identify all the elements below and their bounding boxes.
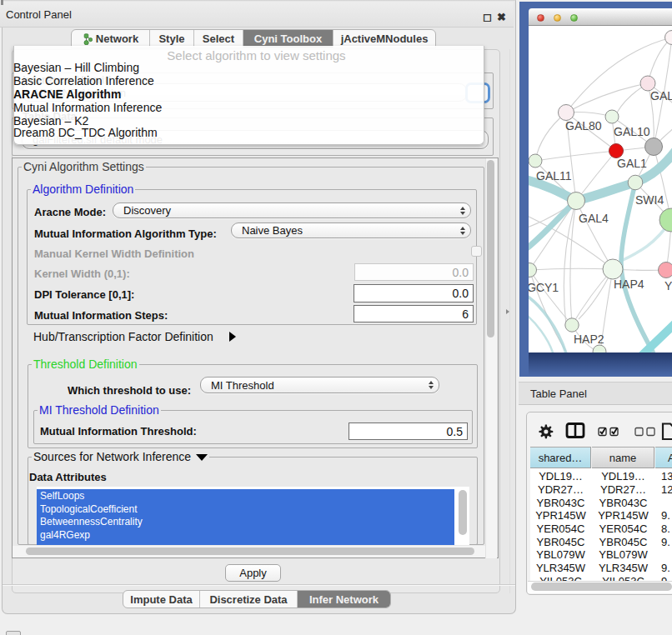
svg-text:HAP2: HAP2 (574, 332, 604, 346)
svg-text:GAL80: GAL80 (565, 119, 602, 132)
svg-text:GCY1: GCY1 (529, 281, 559, 294)
svg-text:GAL4: GAL4 (579, 212, 609, 225)
svg-text:GAL: GAL (650, 89, 672, 102)
svg-text:GAL1: GAL1 (617, 157, 647, 170)
svg-text:GAL11: GAL11 (536, 169, 572, 182)
svg-text:GAL10: GAL10 (614, 125, 650, 138)
svg-text:SWI4: SWI4 (635, 193, 664, 207)
svg-text:Y: Y (664, 279, 672, 292)
svg-text:HAP4: HAP4 (614, 278, 644, 291)
